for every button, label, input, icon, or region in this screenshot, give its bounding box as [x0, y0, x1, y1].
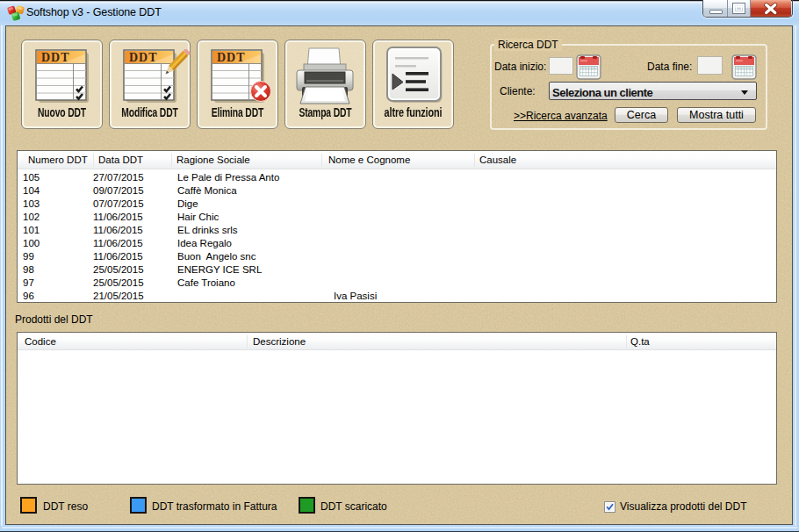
- svg-text:DDT: DDT: [41, 51, 70, 64]
- svg-text:DDT: DDT: [129, 51, 158, 64]
- svg-text:DDT: DDT: [217, 51, 246, 64]
